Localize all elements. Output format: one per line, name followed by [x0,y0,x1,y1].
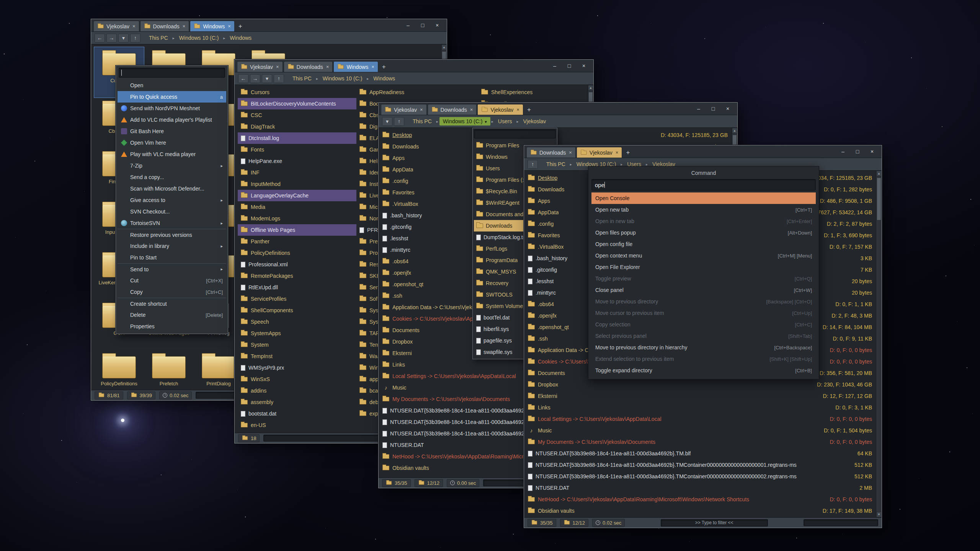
close-button[interactable]: × [866,147,879,156]
file-row-addins[interactable]: addins [238,385,356,396]
tab-close-icon[interactable]: × [420,107,423,112]
menu-item-svn-checkout[interactable]: SVN Checkout... [118,206,226,217]
file-row-appreadiness[interactable]: AppReadiness [356,86,475,98]
file-row-offline-web-pages[interactable]: Offline Web Pages [238,224,356,236]
breadcrumb-this-pc[interactable]: This PC [409,117,435,126]
file-row-fonts[interactable]: Fonts [238,144,356,155]
command-move-to-previous-directory[interactable]: Move to previous directory[Backspace] [C… [591,296,816,307]
maximize-button[interactable]: □ [851,147,864,156]
command-open-context-menu[interactable]: Open context menu[Ctrl+M] [Menu] [591,250,816,261]
menu-item-cut[interactable]: Cut[Ctrl+X] [118,275,226,286]
command-open-files-popup[interactable]: Open files popup[Alt+Down] [591,227,816,238]
minimize-button[interactable]: – [836,147,849,156]
maximize-button[interactable]: □ [707,104,720,113]
file-row-ntuser-dat-53b39e88-18c4-11ea-a811-000d3aa4692b-tm-blf[interactable]: NTUSER.DAT{53b39e88-18c4-11ea-a811-000d3… [524,448,876,459]
file-row-panther[interactable]: Panther [238,236,356,247]
menu-item-copy[interactable]: Copy[Ctrl+C] [118,286,226,298]
tab-close-icon[interactable]: × [371,64,374,70]
context-menu-filter-input[interactable] [119,68,225,78]
file-row-policydefinitions[interactable]: PolicyDefinitions [238,247,356,259]
tab-close-icon[interactable]: × [616,150,619,155]
tab-close-icon[interactable]: × [276,64,279,70]
type-to-filter-box[interactable]: >> Type to filter << [661,519,768,527]
command-open-config-file[interactable]: Open config file [591,238,816,250]
history-icon[interactable]: ▾ [382,117,392,126]
file-row-local-settings-c-users-vjekoslav-appdata-local[interactable]: Local Settings -> C:\Users\Vjekoslav\App… [524,413,876,425]
breadcrumb-this-pc[interactable]: This PC [543,160,569,168]
up-icon[interactable]: ↑ [394,117,404,126]
command-copy-selection[interactable]: Copy selection[Ctrl+C] [591,319,816,330]
tab-vjekoslav[interactable]: Vjekoslav× [477,104,523,115]
file-row-languageoverlaycache[interactable]: LanguageOverlayCache [238,190,356,201]
minimize-button[interactable]: – [692,104,705,113]
tab-windows[interactable]: Windows× [333,61,378,72]
file-row-wmsyspr9-prx[interactable]: WMSysPr9.prx [238,362,356,373]
command-open-file-explorer[interactable]: Open File Explorer [591,261,816,273]
titlebar-1[interactable]: Vjekoslav×Downloads×Windows×+ –□× [91,19,447,32]
command-extend-selection-to-previous-item[interactable]: Extend selection to previous item[Shift+… [591,353,816,365]
file-row-nethood-c-users-vjekoslav-appdata-roaming-microsoft-windows-network-shortcuts[interactable]: NetHood -> C:\Users\Vjekoslav\AppData\Ro… [524,494,876,505]
command-toggle-preview[interactable]: Toggle preview[Ctrl+Q] [591,273,816,284]
tab-close-icon[interactable]: × [569,150,572,155]
file-row-systemapps[interactable]: SystemApps [238,328,356,339]
file-row-speech[interactable]: Speech [238,316,356,328]
breadcrumb-this-pc[interactable]: This PC [289,74,315,83]
tab-close-icon[interactable]: × [470,107,473,112]
up-icon[interactable]: ↑ [274,74,284,83]
file-row-ntuser-dat-53b39e88-18c4-11ea-a811-000d3aa4692b-tmcontainer00000000000000000001-regtrans-ms[interactable]: NTUSER.DAT{53b39e88-18c4-11ea-a811-000d3… [524,459,876,471]
command-toggle-expand-directory[interactable]: Toggle expand directory[Ctrl+B] [591,365,816,376]
file-row-inf[interactable]: INF [238,167,356,178]
history-icon[interactable]: ▾ [118,34,129,42]
tab-close-icon[interactable]: × [326,64,329,70]
tab-downloads[interactable]: Downloads× [428,104,477,115]
palette-input[interactable]: ope [591,179,816,191]
menu-item-play-with-vlc-media-player[interactable]: Play with VLC media player [118,148,226,160]
file-row-professional-xml[interactable]: Professional.xml [238,259,356,270]
tab-close-icon[interactable]: × [228,23,231,29]
file-row-assembly[interactable]: assembly [238,396,356,408]
file-row-inputmethod[interactable]: InputMethod [238,178,356,190]
file-row-ntuser-dat-53b39e88-18c4-11ea-a811-000d3aa4692b-tmcontainer00000000000000000002-regtrans-ms[interactable]: NTUSER.DAT{53b39e88-18c4-11ea-a811-000d3… [524,471,876,482]
history-icon[interactable]: ▾ [262,74,272,83]
close-button[interactable]: × [577,61,590,70]
menu-item-scan-with-microsoft-defender[interactable]: Scan with Microsoft Defender... [118,183,226,194]
file-row-bootstat-dat[interactable]: bootstat.dat [238,408,356,419]
menu-item-open-vim-here[interactable]: Open Vim here [118,137,226,148]
up-icon[interactable]: ↑ [130,34,140,42]
file-row-en-us[interactable]: en-US [238,419,356,431]
tab-downloads[interactable]: Downloads× [140,21,189,31]
menu-item-send-to[interactable]: Send to▸ [118,263,226,275]
file-row-music[interactable]: ♪MusicD: 0, F: 1, 504 bytes [524,425,876,436]
minimize-button[interactable]: – [402,21,415,30]
command-open-in-new-tab[interactable]: Open in new tab[Ctrl+Enter] [591,215,816,227]
titlebar-3[interactable]: Vjekoslav×Downloads×Vjekoslav×+ –□× [379,103,737,115]
file-row-obsidian-vaults[interactable]: Obsidian vaultsD: 17, F: 149, 38 MB [524,505,876,517]
menu-item-pin-to-quick-access[interactable]: Pin to Quick accessa [118,91,226,103]
file-row-shellcomponents[interactable]: ShellComponents [238,305,356,316]
file-row-cursors[interactable]: Cursors [238,86,356,98]
file-row-dropbox[interactable]: DropboxD: 230, F: 1043, 46 GB [524,379,876,390]
file-row-eksterni[interactable]: EksterniD: 12, F: 127, 12 GB [524,390,876,402]
scroll-up-icon[interactable]: ▲ [876,171,882,176]
tab-downloads[interactable]: Downloads× [284,61,333,72]
tab-vjekoslav[interactable]: Vjekoslav× [237,61,283,72]
scrollbar-4[interactable]: ▲ ▼ [876,171,882,517]
menu-item-pin-to-start[interactable]: Pin to Start [118,252,226,263]
file-row-system[interactable]: System [238,339,356,350]
file-row-my-documents-c-users-vjekoslav-documents[interactable]: My Documents -> C:\Users\Vjekoslav\Docum… [524,436,876,448]
menu-item-tortoisesvn[interactable]: TortoiseSVN▸ [118,217,226,229]
command-move-cursor-to-previous-item[interactable]: Move cursor to previous item[Ctrl+Up] [591,307,816,319]
scroll-thumb[interactable] [877,178,881,220]
breadcrumb-windows-10-c[interactable]: Windows 10 (C:)▾ [439,117,490,126]
menu-item-delete[interactable]: Delete[Delete] [118,309,226,321]
menu-item-create-shortcut[interactable]: Create shortcut [118,298,226,309]
titlebar-4[interactable]: Downloads×Vjekoslav×+ –□× [524,145,882,158]
popup-filter-input[interactable] [474,129,556,139]
tab-vjekoslav[interactable]: Vjekoslav× [93,21,139,31]
new-tab-button[interactable]: + [379,62,389,72]
menu-item-git-bash-here[interactable]: Git Bash Here [118,126,226,137]
scroll-up-icon[interactable]: ▲ [441,44,447,50]
breadcrumb-users[interactable]: Users [495,117,516,126]
file-row-rtlexupd-dll[interactable]: RtlExUpd.dll [238,282,356,293]
back-icon[interactable]: ← [238,74,248,83]
